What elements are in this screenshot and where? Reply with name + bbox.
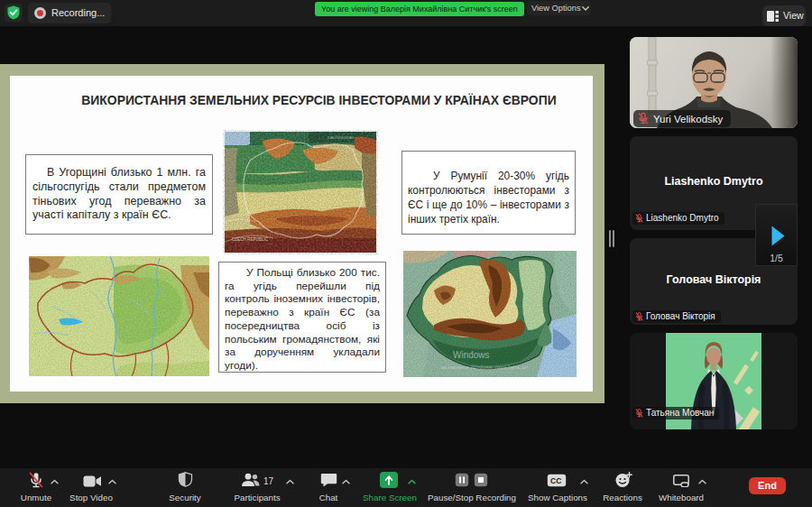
svg-text:CC: CC — [550, 476, 561, 485]
